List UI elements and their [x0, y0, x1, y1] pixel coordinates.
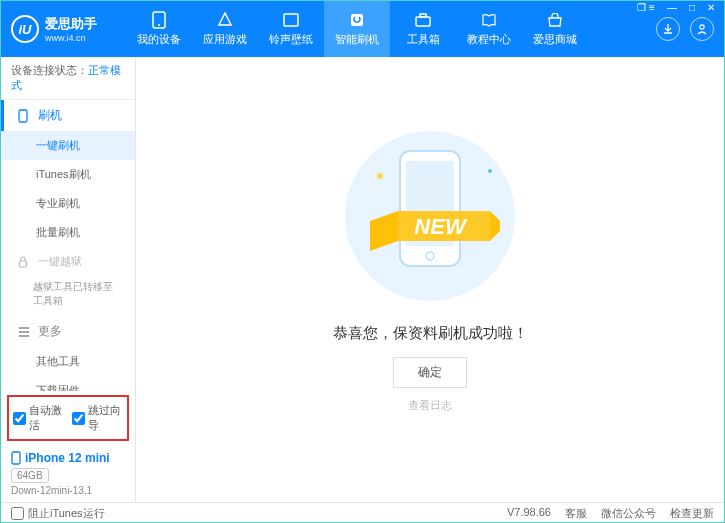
phone-icon — [150, 11, 168, 29]
store-icon — [546, 11, 564, 29]
jailbreak-note: 越狱工具已转移至工具箱 — [1, 276, 135, 316]
status-label: 设备连接状态： — [11, 64, 88, 76]
menu-icon — [18, 327, 32, 337]
app-title: 爱思助手 — [45, 15, 97, 33]
device-model: Down-12mini-13,1 — [11, 485, 125, 496]
checkbox-label: 阻止iTunes运行 — [28, 506, 105, 521]
success-illustration: NEW — [340, 126, 520, 306]
nav-label: 爱思商城 — [533, 32, 577, 47]
svg-rect-4 — [416, 17, 430, 26]
device-info[interactable]: iPhone 12 mini 64GB Down-12mini-13,1 — [1, 445, 135, 502]
window-close-icon[interactable]: ✕ — [705, 0, 717, 15]
nav-label: 工具箱 — [407, 32, 440, 47]
main-content: NEW 恭喜您，保资料刷机成功啦！ 确定 查看日志 — [136, 57, 724, 502]
check-update-link[interactable]: 检查更新 — [670, 506, 714, 521]
flash-icon — [348, 11, 366, 29]
footer: 阻止iTunes运行 V7.98.66 客服 微信公众号 检查更新 — [1, 502, 724, 523]
nav-ringtones[interactable]: 铃声壁纸 — [258, 1, 324, 57]
svg-point-12 — [488, 169, 492, 173]
sidebar-item-othertools[interactable]: 其他工具 — [1, 347, 135, 376]
svg-rect-8 — [20, 261, 27, 267]
section-label: 一键越狱 — [38, 254, 82, 269]
sidebar: 设备连接状态：正常模式 刷机 一键刷机 iTunes刷机 专业刷机 批量刷机 一… — [1, 57, 136, 502]
nav-toolbox[interactable]: 工具箱 — [390, 1, 456, 57]
download-button[interactable] — [656, 17, 680, 41]
checkbox-input[interactable] — [13, 412, 26, 425]
nav-label: 铃声壁纸 — [269, 32, 313, 47]
sidebar-item-batch[interactable]: 批量刷机 — [1, 218, 135, 247]
sidebar-item-download-fw[interactable]: 下载固件 — [1, 376, 135, 391]
success-message: 恭喜您，保资料刷机成功啦！ — [333, 324, 528, 343]
app-subtitle: www.i4.cn — [45, 33, 97, 43]
nav-label: 教程中心 — [467, 32, 511, 47]
connection-status: 设备连接状态：正常模式 — [1, 57, 135, 100]
svg-point-1 — [158, 24, 160, 26]
nav-my-device[interactable]: 我的设备 — [126, 1, 192, 57]
svg-point-6 — [700, 25, 704, 29]
ribbon-text: NEW — [414, 214, 468, 239]
nav-label: 应用游戏 — [203, 32, 247, 47]
sidebar-item-itunes[interactable]: iTunes刷机 — [1, 160, 135, 189]
checkbox-auto-activate[interactable]: 自动激活 — [13, 403, 64, 433]
window-min-icon[interactable]: — — [665, 0, 679, 15]
device-icon — [11, 451, 21, 465]
wallpaper-icon — [282, 11, 300, 29]
sidebar-item-pro[interactable]: 专业刷机 — [1, 189, 135, 218]
device-name: iPhone 12 mini — [11, 451, 125, 465]
window-menu-icon[interactable]: ❐ ≡ — [635, 0, 657, 15]
lock-icon — [18, 256, 32, 268]
options-highlight-box: 自动激活 跳过向导 — [7, 395, 129, 441]
nav-tutorials[interactable]: 教程中心 — [456, 1, 522, 57]
sidebar-item-oneclick[interactable]: 一键刷机 — [1, 131, 135, 160]
window-max-icon[interactable]: □ — [687, 0, 697, 15]
logo-icon: iU — [11, 15, 39, 43]
section-label: 刷机 — [38, 107, 62, 124]
nav-store[interactable]: 爱思商城 — [522, 1, 588, 57]
checkbox-label: 跳过向导 — [88, 403, 123, 433]
apps-icon — [216, 11, 234, 29]
ok-button[interactable]: 确定 — [393, 357, 467, 388]
toolbox-icon — [414, 11, 432, 29]
customer-service-link[interactable]: 客服 — [565, 506, 587, 521]
svg-point-11 — [377, 173, 383, 179]
section-label: 更多 — [38, 323, 62, 340]
wechat-link[interactable]: 微信公众号 — [601, 506, 656, 521]
sidebar-more-header[interactable]: 更多 — [1, 316, 135, 347]
svg-rect-5 — [420, 14, 426, 17]
top-nav: 我的设备 应用游戏 铃声壁纸 智能刷机 工具箱 教程中心 爱思商城 — [126, 1, 656, 57]
svg-rect-2 — [284, 14, 298, 26]
user-button[interactable] — [690, 17, 714, 41]
view-log-link[interactable]: 查看日志 — [408, 398, 452, 413]
checkbox-label: 自动激活 — [29, 403, 64, 433]
device-storage: 64GB — [11, 468, 49, 483]
app-header: iU 爱思助手 www.i4.cn 我的设备 应用游戏 铃声壁纸 智能刷机 工具… — [1, 1, 724, 57]
svg-rect-3 — [351, 14, 363, 26]
nav-label: 智能刷机 — [335, 32, 379, 47]
logo[interactable]: iU 爱思助手 www.i4.cn — [11, 15, 126, 43]
svg-rect-7 — [19, 110, 27, 122]
sidebar-flash-header[interactable]: 刷机 — [1, 100, 135, 131]
checkbox-input[interactable] — [11, 507, 24, 520]
svg-rect-9 — [12, 452, 20, 464]
sidebar-jailbreak-header: 一键越狱 — [1, 247, 135, 276]
nav-label: 我的设备 — [137, 32, 181, 47]
phone-small-icon — [18, 109, 32, 123]
nav-smart-flash[interactable]: 智能刷机 — [324, 1, 390, 57]
nav-apps[interactable]: 应用游戏 — [192, 1, 258, 57]
checkbox-skip-guide[interactable]: 跳过向导 — [72, 403, 123, 433]
book-icon — [480, 11, 498, 29]
version-label: V7.98.66 — [507, 506, 551, 521]
checkbox-input[interactable] — [72, 412, 85, 425]
block-itunes-checkbox[interactable]: 阻止iTunes运行 — [11, 506, 105, 521]
